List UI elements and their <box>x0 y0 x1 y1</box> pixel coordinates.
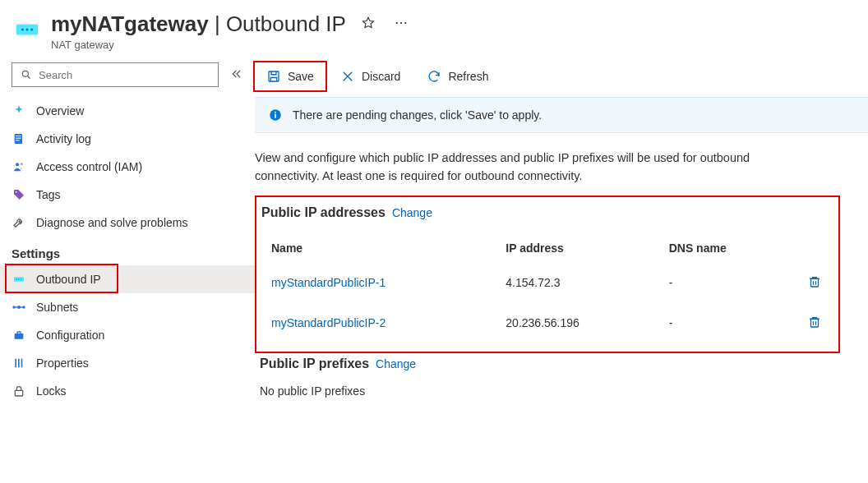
tag-icon <box>12 187 26 202</box>
svg-point-20 <box>13 306 15 308</box>
toolbar-button-label: Discard <box>362 70 400 83</box>
svg-point-19 <box>18 306 21 309</box>
column-header-name: Name <box>261 233 496 263</box>
svg-rect-25 <box>18 359 20 368</box>
close-icon <box>340 69 355 84</box>
change-public-ip-prefixes-link[interactable]: Change <box>376 357 416 370</box>
svg-rect-11 <box>16 140 20 140</box>
sidebar-item-overview[interactable]: Overview <box>0 97 255 125</box>
sidebar-item-label: Locks <box>36 384 67 398</box>
search-icon <box>19 67 34 82</box>
svg-rect-26 <box>21 359 23 368</box>
delete-button[interactable] <box>804 271 825 295</box>
sidebar-item-label: Subnets <box>36 301 78 314</box>
public-ip-name-link[interactable]: myStandardPublicIP-1 <box>261 263 496 303</box>
svg-point-4 <box>396 22 398 24</box>
toolbar: Save Discard Refresh <box>255 59 868 97</box>
trash-icon <box>807 320 822 332</box>
subnets-icon <box>12 300 26 315</box>
svg-point-18 <box>21 278 21 279</box>
svg-rect-8 <box>15 134 22 144</box>
public-ip-addresses-section: Public IP addresses Change Name IP addre… <box>255 196 840 353</box>
ellipsis-icon <box>394 21 409 33</box>
svg-point-1 <box>21 28 24 30</box>
svg-point-21 <box>23 306 25 308</box>
column-header-ip: IP address <box>496 233 658 263</box>
empty-message: No public IP prefixes <box>260 371 858 398</box>
save-button[interactable]: Save <box>255 64 326 89</box>
page-title: myNATgateway | Outbound IP <box>51 12 346 37</box>
svg-point-14 <box>16 191 17 193</box>
svg-rect-23 <box>17 332 21 334</box>
section-title: Public IP prefixes <box>260 356 369 371</box>
sidebar-item-outbound-ip[interactable]: Outbound IP <box>0 265 255 293</box>
svg-point-17 <box>18 278 19 279</box>
search-box[interactable] <box>12 62 219 87</box>
sidebar-item-label: Overview <box>36 104 84 117</box>
svg-point-7 <box>22 71 28 76</box>
discard-button[interactable]: Discard <box>329 64 412 89</box>
sidebar-item-label: Activity log <box>36 132 91 145</box>
sidebar-item-activity-log[interactable]: Activity log <box>0 125 255 153</box>
sidebar-item-label: Outbound IP <box>36 273 101 286</box>
svg-point-12 <box>16 163 19 166</box>
svg-point-31 <box>275 112 276 113</box>
dns-name-cell: - <box>659 303 794 343</box>
svg-rect-27 <box>15 390 22 396</box>
sidebar-item-label: Tags <box>36 188 61 201</box>
section-title: Public IP addresses <box>261 205 386 220</box>
refresh-icon <box>427 69 441 84</box>
sidebar: Overview Activity log Access control (IA… <box>0 59 255 483</box>
sidebar-section-settings: Settings <box>0 237 255 265</box>
refresh-button[interactable]: Refresh <box>415 64 500 89</box>
chevron-double-left-icon <box>230 71 243 83</box>
lock-icon <box>12 384 26 398</box>
svg-point-13 <box>21 163 23 165</box>
svg-point-3 <box>30 28 33 30</box>
sidebar-item-label: Properties <box>36 356 89 370</box>
public-ip-name-link[interactable]: myStandardPublicIP-2 <box>261 303 496 343</box>
svg-point-2 <box>26 28 29 30</box>
sidebar-item-iam[interactable]: Access control (IAM) <box>0 153 255 181</box>
people-icon <box>12 159 26 174</box>
sidebar-item-subnets[interactable]: Subnets <box>0 293 255 321</box>
sidebar-item-tags[interactable]: Tags <box>0 181 255 209</box>
svg-point-16 <box>16 278 17 279</box>
sidebar-item-diagnose[interactable]: Diagnose and solve problems <box>0 209 255 237</box>
sparkle-icon <box>12 104 26 118</box>
svg-rect-9 <box>16 136 21 136</box>
svg-point-6 <box>404 22 406 24</box>
description: View and configure which public IP addre… <box>255 133 830 196</box>
more-button[interactable] <box>390 12 412 36</box>
favorite-button[interactable] <box>358 12 379 36</box>
collapse-sidebar-button[interactable] <box>227 64 247 86</box>
svg-rect-32 <box>811 278 819 287</box>
sidebar-item-label: Configuration <box>36 329 104 342</box>
public-ip-prefixes-section: Public IP prefixes Change No public IP p… <box>255 353 868 407</box>
column-header-dns: DNS name <box>659 233 794 263</box>
sidebar-item-label: Diagnose and solve problems <box>36 216 187 229</box>
ip-address-cell: 4.154.72.3 <box>496 263 658 303</box>
sidebar-item-configuration[interactable]: Configuration <box>0 321 255 349</box>
info-icon <box>268 108 283 122</box>
sidebar-item-properties[interactable]: Properties <box>0 349 255 377</box>
search-input[interactable] <box>39 69 211 81</box>
dns-name-cell: - <box>659 263 794 303</box>
properties-icon <box>12 356 26 370</box>
delete-button[interactable] <box>804 311 825 335</box>
ip-address-cell: 20.236.56.196 <box>496 303 658 343</box>
table-row: myStandardPublicIP-1 4.154.72.3 - <box>261 263 835 303</box>
change-public-ips-link[interactable]: Change <box>392 206 432 219</box>
info-bar: There are pending changes, click 'Save' … <box>255 97 868 133</box>
content: Save Discard Refresh There are pending c… <box>255 59 868 483</box>
nat-icon <box>12 272 26 287</box>
sidebar-item-locks[interactable]: Locks <box>0 377 255 405</box>
info-message: There are pending changes, click 'Save' … <box>293 108 542 122</box>
svg-rect-10 <box>16 138 21 139</box>
wrench-icon <box>12 215 26 230</box>
svg-rect-30 <box>275 114 276 118</box>
public-ip-table: Name IP address DNS name myStandardPubli… <box>261 233 835 343</box>
resource-type: NAT gateway <box>51 39 412 51</box>
trash-icon <box>807 279 822 292</box>
save-icon <box>266 69 281 84</box>
